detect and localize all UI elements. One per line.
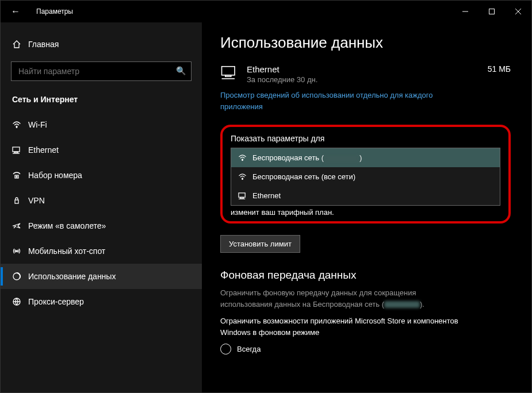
ethernet-icon: [12, 145, 28, 155]
sidebar-item-label: Мобильный хот-спот: [28, 246, 105, 256]
svg-rect-10: [15, 200, 18, 203]
dropdown-option-ethernet[interactable]: Ethernet: [231, 186, 500, 205]
dropdown-option-wireless-named[interactable]: Беспроводная сеть (xxxx): [231, 148, 500, 167]
sidebar: Главная 🔍 Сеть и Интернет Wi-Fi Ethernet…: [1, 22, 202, 392]
set-limit-button[interactable]: Установить лимит: [220, 235, 300, 253]
sidebar-item-data-usage[interactable]: Использование данных: [1, 264, 202, 289]
dropdown-option-wireless-all[interactable]: Беспроводная сеть (все сети): [231, 167, 500, 186]
svg-rect-20: [240, 197, 244, 198]
network-period: За последние 30 дн.: [247, 75, 488, 84]
svg-point-17: [242, 160, 243, 161]
truncated-text: изменит ваш тарифный план.: [231, 208, 500, 217]
dropdown-option-label: Беспроводная сеть (все сети): [252, 172, 355, 181]
airplane-icon: [12, 221, 28, 230]
svg-rect-8: [15, 175, 18, 178]
data-usage-icon: [12, 272, 28, 281]
home-icon: [12, 40, 28, 49]
highlight-box: Показать параметры для Беспроводная сеть…: [220, 125, 511, 224]
sidebar-home[interactable]: Главная: [1, 32, 202, 57]
redacted-ssid: xxxx: [384, 301, 420, 308]
svg-rect-6: [14, 152, 18, 153]
vpn-icon: [12, 196, 28, 205]
sidebar-item-airplane[interactable]: Режим «в самолете»: [1, 213, 202, 238]
settings-window: ← Параметры Главная 🔍 Сеть и Интернет Wi…: [0, 0, 532, 393]
search-icon: 🔍: [176, 66, 186, 75]
wifi-icon: [238, 153, 247, 162]
sidebar-item-wifi[interactable]: Wi-Fi: [1, 112, 202, 137]
sidebar-item-proxy[interactable]: Прокси-сервер: [1, 289, 202, 314]
search-wrap: 🔍: [11, 61, 192, 81]
wifi-icon: [238, 172, 247, 181]
bg-data-heading: Фоновая передача данных: [220, 269, 511, 282]
back-button[interactable]: ←: [11, 6, 20, 17]
svg-point-4: [16, 127, 17, 128]
content: Использование данных Ethernet За последн…: [202, 22, 531, 392]
bg-data-description: Ограничить фоновую передачу данных для с…: [220, 287, 468, 310]
maximize-button[interactable]: [479, 1, 505, 22]
sidebar-item-label: Набор номера: [28, 171, 82, 180]
titlebar: ← Параметры: [1, 1, 531, 22]
sidebar-item-label: Использование данных: [28, 272, 116, 281]
sidebar-item-label: Прокси-сервер: [28, 297, 84, 306]
svg-rect-14: [222, 67, 235, 75]
sidebar-home-label: Главная: [28, 40, 59, 49]
per-app-usage-link[interactable]: Просмотр сведений об использовании отдел…: [220, 90, 468, 112]
radio-always[interactable]: Всегда: [220, 344, 511, 355]
sidebar-item-hotspot[interactable]: Мобильный хот-спот: [1, 238, 202, 264]
dropdown-label: Показать параметры для: [231, 134, 500, 143]
section-title: Сеть и Интернет: [1, 89, 202, 112]
search-input[interactable]: [11, 61, 192, 81]
sidebar-item-dialup[interactable]: Набор номера: [1, 163, 202, 188]
svg-point-18: [242, 179, 243, 180]
dialup-icon: [12, 171, 28, 180]
svg-rect-5: [13, 147, 20, 152]
sidebar-item-label: VPN: [28, 196, 45, 205]
network-name: Ethernet: [247, 64, 488, 74]
svg-point-9: [16, 176, 17, 178]
svg-rect-19: [239, 193, 245, 198]
sidebar-item-ethernet[interactable]: Ethernet: [1, 137, 202, 163]
proxy-icon: [12, 297, 28, 306]
hotspot-icon: [12, 246, 28, 256]
svg-rect-1: [489, 9, 495, 14]
page-title: Использование данных: [220, 34, 511, 52]
ethernet-icon: [238, 191, 247, 200]
minimize-button[interactable]: [452, 1, 479, 22]
svg-rect-15: [225, 75, 231, 77]
radio-icon: [220, 344, 231, 355]
wifi-icon: [12, 120, 28, 129]
sidebar-item-vpn[interactable]: VPN: [1, 188, 202, 213]
usage-summary: Ethernet За последние 30 дн. 51 МБ: [220, 64, 511, 84]
redacted-ssid: xxxx: [324, 155, 359, 162]
close-button[interactable]: [505, 1, 531, 22]
svg-point-11: [16, 251, 17, 252]
sidebar-item-label: Режим «в самолете»: [28, 221, 106, 230]
sidebar-item-label: Ethernet: [28, 145, 59, 155]
bg-data-description-2: Ограничить возможности приложений Micros…: [220, 315, 468, 338]
sidebar-item-label: Wi-Fi: [28, 120, 47, 129]
window-controls: [452, 1, 531, 22]
window-title: Параметры: [36, 7, 73, 16]
usage-amount: 51 МБ: [488, 64, 511, 74]
radio-label: Всегда: [237, 345, 261, 353]
ethernet-icon: [220, 64, 240, 84]
dropdown-option-label: Ethernet: [252, 191, 281, 200]
dropdown-expanded: Беспроводная сеть (xxxx) Беспроводная се…: [231, 148, 500, 206]
